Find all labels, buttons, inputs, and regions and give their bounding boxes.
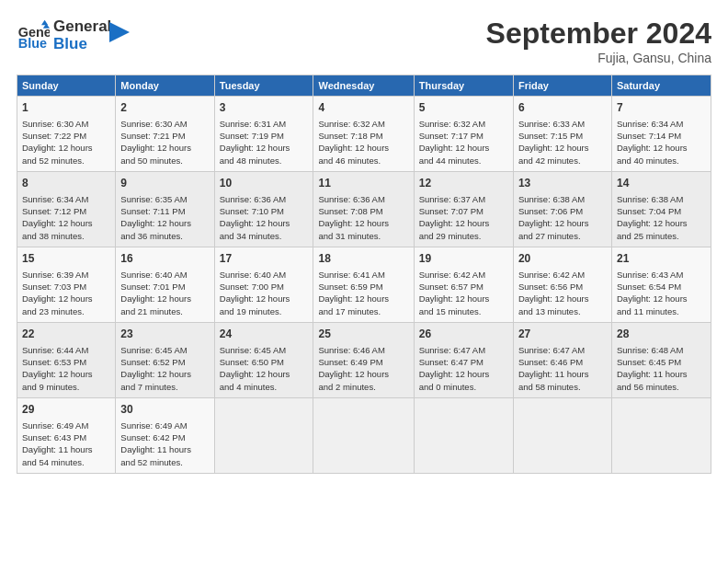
week-row-1: 1Sunrise: 6:30 AMSunset: 7:22 PMDaylight… — [17, 97, 711, 172]
day-info-line: Daylight: 11 hours — [120, 443, 209, 455]
week-row-2: 8Sunrise: 6:34 AMSunset: 7:12 PMDaylight… — [17, 172, 711, 247]
day-number: 7 — [617, 100, 706, 116]
calendar-cell: 27Sunrise: 6:47 AMSunset: 6:46 PMDayligh… — [513, 323, 611, 398]
day-info-line: Sunrise: 6:45 AM — [120, 344, 209, 356]
calendar-cell: 28Sunrise: 6:48 AMSunset: 6:45 PMDayligh… — [611, 323, 711, 398]
day-info-line: Sunset: 6:56 PM — [518, 281, 607, 293]
logo-icon: General Blue — [17, 18, 50, 52]
day-number: 21 — [617, 251, 706, 267]
day-info-line: Daylight: 12 hours — [120, 217, 209, 229]
day-info-line: and 0 minutes. — [419, 381, 508, 393]
day-info-line: Sunrise: 6:42 AM — [419, 269, 508, 281]
day-info-line: Sunset: 6:49 PM — [318, 356, 408, 368]
calendar-cell: 25Sunrise: 6:46 AMSunset: 6:49 PMDayligh… — [313, 323, 414, 398]
day-info-line: Daylight: 12 hours — [120, 293, 209, 304]
day-number: 5 — [419, 100, 508, 116]
day-number: 24 — [220, 327, 309, 342]
calendar-cell: 4Sunrise: 6:32 AMSunset: 7:18 PMDaylight… — [313, 97, 414, 172]
day-number: 17 — [220, 251, 309, 267]
day-info-line: Daylight: 11 hours — [518, 368, 607, 380]
day-info-line: Sunrise: 6:42 AM — [518, 269, 607, 281]
day-number: 20 — [518, 251, 607, 267]
day-info-line: Sunrise: 6:32 AM — [318, 118, 408, 130]
calendar-cell: 3Sunrise: 6:31 AMSunset: 7:19 PMDaylight… — [214, 97, 313, 172]
calendar-cell: 14Sunrise: 6:38 AMSunset: 7:04 PMDayligh… — [611, 172, 711, 247]
weekday-header-row: SundayMondayTuesdayWednesdayThursdayFrid… — [17, 75, 711, 97]
day-info-line: Daylight: 12 hours — [617, 142, 706, 154]
calendar-cell: 30Sunrise: 6:49 AMSunset: 6:42 PMDayligh… — [116, 398, 214, 474]
day-number: 22 — [22, 327, 110, 342]
day-info-line: Sunrise: 6:40 AM — [220, 269, 309, 281]
day-info-line: Daylight: 12 hours — [419, 217, 508, 229]
day-info-line: and 58 minutes. — [518, 381, 607, 393]
location: Fujia, Gansu, China — [486, 51, 711, 65]
day-info-line: Sunrise: 6:34 AM — [22, 193, 110, 205]
svg-text:Blue: Blue — [18, 36, 47, 51]
day-info-line: Sunset: 7:07 PM — [419, 205, 508, 217]
title-block: September 2024 Fujia, Gansu, China — [486, 17, 711, 65]
day-info-line: and 23 minutes. — [22, 305, 110, 317]
calendar-table: SundayMondayTuesdayWednesdayThursdayFrid… — [17, 75, 711, 474]
day-info-line: Sunset: 7:10 PM — [220, 205, 309, 217]
weekday-header-tuesday: Tuesday — [214, 75, 313, 97]
day-number: 16 — [120, 251, 209, 267]
day-info-line: Sunset: 7:21 PM — [120, 130, 209, 142]
day-info-line: Daylight: 12 hours — [518, 142, 607, 154]
day-info-line: Sunrise: 6:47 AM — [419, 344, 508, 356]
day-number: 27 — [518, 327, 607, 342]
day-info-line: Sunset: 6:50 PM — [220, 356, 309, 368]
day-info-line: Daylight: 12 hours — [22, 293, 110, 304]
day-info-line: and 52 minutes. — [120, 456, 209, 468]
day-info-line: and 11 minutes. — [617, 305, 706, 317]
day-info-line: Sunrise: 6:38 AM — [518, 193, 607, 205]
day-info-line: Sunrise: 6:36 AM — [318, 193, 408, 205]
logo-general: General — [53, 18, 111, 36]
calendar-cell: 1Sunrise: 6:30 AMSunset: 7:22 PMDaylight… — [17, 97, 116, 172]
day-info-line: and 54 minutes. — [22, 456, 110, 468]
day-info-line: Daylight: 12 hours — [318, 293, 408, 304]
day-info-line: Sunset: 7:18 PM — [318, 130, 408, 142]
day-info-line: Sunset: 7:12 PM — [22, 205, 110, 217]
weekday-header-saturday: Saturday — [611, 75, 711, 97]
day-info-line: Daylight: 12 hours — [318, 368, 408, 380]
day-info-line: Sunrise: 6:47 AM — [518, 344, 607, 356]
day-info-line: Sunrise: 6:35 AM — [120, 193, 209, 205]
day-info-line: Sunset: 6:53 PM — [22, 356, 110, 368]
day-info-line: and 15 minutes. — [419, 305, 508, 317]
day-info-line: and 13 minutes. — [518, 305, 607, 317]
day-info-line: and 17 minutes. — [318, 305, 408, 317]
day-info-line: and 7 minutes. — [120, 381, 209, 393]
weekday-header-thursday: Thursday — [414, 75, 513, 97]
day-number: 1 — [22, 100, 110, 116]
calendar-cell: 23Sunrise: 6:45 AMSunset: 6:52 PMDayligh… — [116, 323, 214, 398]
day-info-line: Sunrise: 6:43 AM — [617, 269, 706, 281]
day-info-line: and 25 minutes. — [617, 230, 706, 242]
day-info-line: Sunrise: 6:49 AM — [120, 419, 209, 431]
day-info-line: Daylight: 12 hours — [220, 368, 309, 380]
day-info-line: Sunset: 6:42 PM — [120, 431, 209, 443]
calendar-cell — [214, 398, 313, 474]
calendar-cell — [414, 398, 513, 474]
day-info-line: and 50 minutes. — [120, 155, 209, 167]
day-number: 10 — [220, 176, 309, 191]
day-info-line: Daylight: 12 hours — [120, 142, 209, 154]
day-number: 30 — [120, 402, 209, 418]
day-info-line: Sunset: 7:01 PM — [120, 281, 209, 293]
day-info-line: and 36 minutes. — [120, 230, 209, 242]
day-info-line: Sunset: 6:57 PM — [419, 281, 508, 293]
day-info-line: Sunset: 7:22 PM — [22, 130, 110, 142]
day-info-line: and 27 minutes. — [518, 230, 607, 242]
day-info-line: Sunrise: 6:33 AM — [518, 118, 607, 130]
weekday-header-wednesday: Wednesday — [313, 75, 414, 97]
calendar-cell: 12Sunrise: 6:37 AMSunset: 7:07 PMDayligh… — [414, 172, 513, 247]
day-number: 18 — [318, 251, 408, 267]
day-number: 6 — [518, 100, 607, 116]
day-number: 19 — [419, 251, 508, 267]
day-info-line: Daylight: 12 hours — [617, 293, 706, 304]
day-info-line: and 52 minutes. — [22, 155, 110, 167]
day-info-line: and 9 minutes. — [22, 381, 110, 393]
day-info-line: and 2 minutes. — [318, 381, 408, 393]
day-info-line: Sunset: 6:45 PM — [617, 356, 706, 368]
svg-marker-4 — [109, 22, 130, 42]
day-info-line: Sunset: 6:52 PM — [120, 356, 209, 368]
